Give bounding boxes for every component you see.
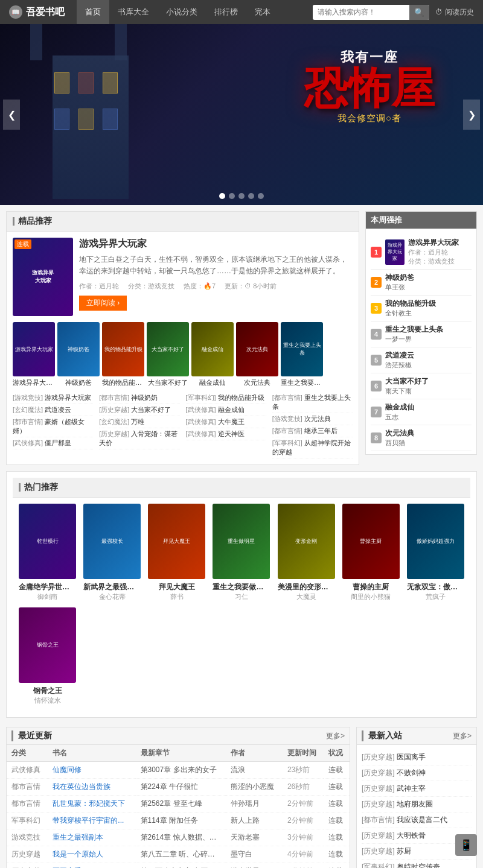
hot-title-1[interactable]: 新武界之最强校长 [83, 582, 141, 592]
updates-row-0: 武侠修真 仙魔同修 第3007章 多出来的女子 流浪 23秒前 连载 [7, 762, 350, 779]
weekly-top-sidebar: 本周强推 1 游戏异界大玩家 游戏异界大玩家 作者：逍月轮 分类：游戏竞技 2 [365, 211, 477, 471]
updates-title: 最近更新 [11, 730, 52, 741]
mobile-button[interactable]: 📱 [455, 834, 477, 856]
new-book-item-7[interactable]: [军事科幻] 奥特时空传奇 [362, 860, 472, 868]
hot-book-3: 重生做明星 重生之我要做明星 习仁 [213, 504, 270, 601]
list-item: [武侠修真] 融金成仙 [186, 404, 266, 416]
cell-author: 渤水世界 [226, 863, 283, 869]
banner-main-title: 恐怖屋 [304, 66, 435, 110]
hot-cover-7: 钢骨之王 [19, 607, 76, 683]
new-book-item-3[interactable]: [历史穿越] 地府朋友圈 [362, 797, 472, 813]
updates-row-2: 都市言情 乱世鬼蒙：邪妃搅天下 第2562章 登至七峰 仲孙瑶月 2分钟前 连载 [7, 796, 350, 813]
featured-read-button[interactable]: 立即阅读 › [79, 296, 127, 311]
hot-title-bar: 热门推荐 [13, 478, 470, 498]
weekly-item-5: 5 武道凌云 浩茫辣椒 [371, 347, 472, 373]
cell-chapter: 第224章 牛仔很忙 [136, 779, 226, 796]
hot-cover-2: 拜见大魔王 [148, 504, 205, 579]
new-entries-more[interactable]: 更多> [453, 731, 472, 741]
new-book-item-4[interactable]: [都市言情] 我应该是富二代 [362, 813, 472, 828]
list-item: [军事科幻] 从超神学院开始的穿越 [272, 437, 353, 458]
book-thumb-6: 重生之我要上头条 重生之我要上头条 [281, 322, 323, 387]
hot-title-7[interactable]: 钢骨之王 [19, 686, 76, 696]
new-book-item-1[interactable]: [历史穿越] 不败剑神 [362, 765, 472, 781]
updates-more[interactable]: 更多> [326, 731, 345, 741]
weekly-book-info-7: 融金成仙 五志 [385, 402, 472, 422]
featured-book-cover: 连载 游戏异界大玩家 [13, 238, 73, 316]
site-logo[interactable]: 📖 吾爱书吧 [9, 5, 65, 19]
updates-row-1: 都市言情 我在英位边当贵族 第224章 牛仔很忙 熊涩的小恶魔 26秒前 连载 [7, 779, 350, 796]
cell-status: 连载 [324, 762, 350, 779]
cell-cat: 游戏竞技 [7, 829, 48, 846]
hot-title-2[interactable]: 拜见大魔王 [148, 582, 205, 592]
cell-time: 4分钟前 [283, 863, 324, 869]
search-input[interactable] [313, 5, 409, 19]
hot-title-6[interactable]: 无敌双宝：傲娇妈妈超强力 [407, 582, 464, 592]
featured-book-meta: 作者：逍月轮 分类：游戏竞技 热度：🔥7 更新：⏱ 8小时前 [79, 282, 353, 291]
list-item: [都市言情] 重生之我要上头条 [272, 392, 353, 413]
cell-name[interactable]: 带我穿梭平行宇宙的... [48, 813, 135, 829]
history-button[interactable]: ⏱ 阅读历史 [435, 7, 474, 17]
nav-library[interactable]: 书库大全 [109, 0, 158, 24]
cell-name[interactable]: 医国离手 [48, 863, 135, 869]
hot-author-4: 大魔灵 [278, 592, 335, 601]
site-name: 吾爱书吧 [26, 6, 65, 19]
featured-book-desc: 地下之王白昼之子白天，生性不弱，智勇双全，原本该继承地下之王的他被人谋杀，幸运的… [79, 254, 353, 277]
featured-book-grid: 游戏异界大玩家 游戏异界大玩家 神级奶爸 神级奶爸 我的物品能升级 我的物品能升… [13, 322, 353, 387]
new-book-item-2[interactable]: [历史穿越] 武神主宰 [362, 781, 472, 797]
banner-dot-5[interactable] [258, 193, 264, 199]
featured-book-title[interactable]: 游戏异界大玩家 [79, 238, 353, 250]
banner-dot-3[interactable] [238, 193, 245, 199]
search-button[interactable]: 🔍 [409, 5, 429, 20]
banner-next-button[interactable]: ❯ [463, 100, 480, 130]
banner-dot-2[interactable] [229, 193, 235, 199]
hot-title: 热门推荐 [24, 482, 58, 493]
cell-time: 26秒前 [283, 779, 324, 796]
banner-dot-1[interactable] [219, 193, 225, 199]
hot-cover-1: 最强校长 [83, 504, 141, 579]
weekly-item-6: 6 大当家不好了 雨天下雨 [371, 373, 472, 399]
rank-badge-3: 3 [371, 303, 382, 314]
header-right: 🔍 ⏱ 阅读历史 [313, 5, 474, 20]
rank-badge-1: 1 [371, 247, 382, 258]
featured-main-area: 精品推荐 连载 游戏异界大玩家 游戏异界大玩家 地下之王白昼之子白天，生性不弱，… [6, 211, 359, 471]
hot-author-0: 御剑南 [19, 592, 76, 601]
cell-cat: 武侠修真 [7, 762, 48, 779]
weekly-book-info-5: 武道凌云 浩茫辣椒 [385, 350, 472, 370]
updates-header-row: 分类 书名 最新章节 作者 更新时间 状况 [7, 745, 350, 762]
featured-title-bar: 精品推荐 [7, 212, 359, 232]
hot-book-2: 拜见大魔王 拜见大魔王 薛书 [148, 504, 205, 601]
hot-book-0: 乾世横行 金庸绝学异世横行 御剑南 [19, 504, 76, 601]
nav-complete[interactable]: 完本 [246, 0, 279, 24]
hot-title-5[interactable]: 曹操的主厨 [342, 582, 400, 592]
featured-tag: 连载 [14, 239, 31, 249]
featured-book-info: 游戏异界大玩家 地下之王白昼之子白天，生性不弱，智勇双全，原本该继承地下之王的他… [79, 238, 353, 316]
book-thumb-4: 融金成仙 融金成仙 [191, 322, 234, 387]
cell-cat: 历史穿越 [7, 863, 48, 869]
weekly-item-7: 7 融金成仙 五志 [371, 399, 472, 425]
hot-title-4[interactable]: 美漫里的变形金刚 [278, 582, 335, 592]
hot-title-0[interactable]: 金庸绝学异世横行 [19, 582, 76, 592]
updates-row-5: 历史穿越 我是一个原始人 第八五二章 听、心碎的声音 墨守白 4分钟前 连载 [7, 846, 350, 863]
cell-status: 连载 [324, 846, 350, 863]
hot-cover-4: 变形金刚 [278, 504, 335, 579]
hot-author-7: 情怀流水 [19, 696, 76, 705]
cell-author: 天游老塞 [226, 829, 283, 846]
list-item: [武侠修真] 逆天神医 [186, 428, 266, 440]
banner-prev-button[interactable]: ❮ [3, 100, 20, 130]
cell-name[interactable]: 重生之最强副本 [48, 829, 135, 846]
nav-ranking[interactable]: 排行榜 [206, 0, 246, 24]
nav-home[interactable]: 首页 [77, 0, 109, 24]
cell-name[interactable]: 我是一个原始人 [48, 846, 135, 863]
hot-title-3[interactable]: 重生之我要做明星 [213, 582, 270, 592]
cell-chapter: 第2614章 惊人数据、零… [136, 829, 226, 846]
featured-list: [游戏竞技] 游戏异界大玩家 [玄幻魔法] 武道凌云 [都市言情] 豪婿（超级女… [13, 392, 353, 458]
cell-name[interactable]: 我在英位边当贵族 [48, 779, 135, 796]
list-item: [玄幻魔法] 万维 [99, 416, 179, 428]
cell-name[interactable]: 乱世鬼蒙：邪妃搅天下 [48, 796, 135, 813]
nav-category[interactable]: 小说分类 [158, 0, 206, 24]
cell-cat: 都市言情 [7, 796, 48, 813]
new-book-item-0[interactable]: [历史穿越] 医国离手 [362, 750, 472, 765]
cell-name[interactable]: 仙魔同修 [48, 762, 135, 779]
banner-dot-4[interactable] [248, 193, 254, 199]
list-item: [武侠修真] 大牛魔王 [186, 416, 266, 428]
